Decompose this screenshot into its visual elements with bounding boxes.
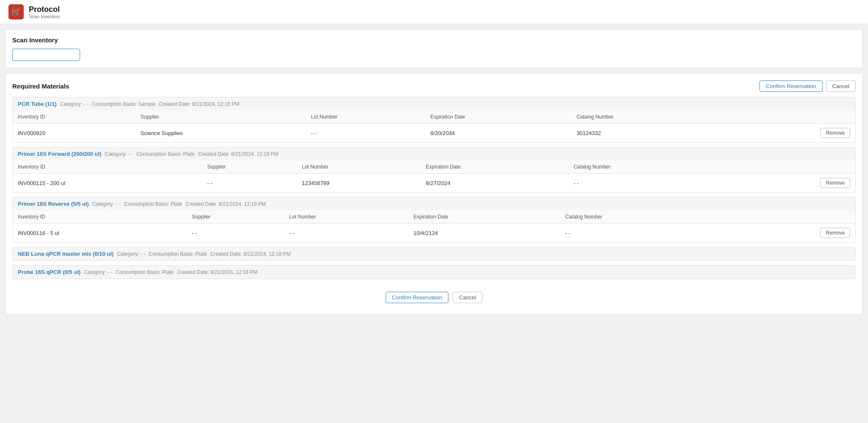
col-header-lot-number: Lot Number [306,111,426,124]
col-header-supplier: Supplier [135,111,306,124]
material-consumption-primer-16s-reverse: Consumption Basis: Plate [124,201,182,207]
col-header-expiration-date: Expiration Date [425,111,571,124]
materials-title: Required Materials [12,83,69,90]
confirm-reservation-button-top[interactable]: Confirm Reservation [760,80,823,92]
col-header-supplier: Supplier [202,160,297,174]
material-card-header-primer-16s-forward: Primer 16S Forward (200/200 ul)Category:… [13,147,855,160]
material-created-date-primer-16s-forward: Created Date: 8/21/2024, 12:18 PM [198,151,278,157]
scan-input[interactable] [12,49,80,61]
app-title-block: Protocol Scan Inventory [29,5,60,19]
material-card-header-neb-luna: NEB Luna qPCR master mix (0/10 ul)Catego… [13,247,855,260]
material-category-primer-16s-reverse: Category: - - [92,201,121,207]
cell-lot-number: - - [306,124,426,143]
material-card-probe-16s: Probe 16S qPCR (0/5 ul)Category: - -Cons… [12,265,856,279]
material-category-primer-16s-forward: Category: - - [105,151,133,157]
app-subtitle: Scan Inventory [29,14,60,19]
cell-inventory-id: INV000115 - 200 ul [13,174,202,193]
app-logo: 🛒 [8,4,24,19]
app-title: Protocol [29,5,60,14]
col-header-expiration-date: Expiration Date [409,210,560,224]
material-category-neb-luna: Category: - - [117,251,145,257]
col-header-catalog-number: Catalog Number [560,210,720,224]
required-materials-section: Required Materials Confirm Reservation C… [5,73,863,315]
material-consumption-probe-16s: Consumption Basis: Plate [116,269,174,275]
cancel-button-top[interactable]: Cancel [826,80,856,92]
header-buttons: Confirm Reservation Cancel [760,80,856,92]
material-table-primer-16s-reverse: Inventory IDSupplierLot NumberExpiration… [13,210,855,242]
material-card-pcr-tube: PCR Tube (1/1)Category: - -Consumption B… [12,97,856,143]
materials-container: PCR Tube (1/1)Category: - -Consumption B… [12,97,856,279]
material-name-neb-luna: NEB Luna qPCR master mix (0/10 ul) [18,251,114,257]
col-header-catalog-number: Catalog Number [571,111,725,124]
cell-expiration-date: 8/27/2024 [421,174,568,193]
material-category-pcr-tube: Category: - - [60,101,89,107]
material-name-pcr-tube: PCR Tube (1/1) [18,101,57,107]
remove-button-primer-16s-reverse[interactable]: Remove [820,228,850,238]
material-created-date-neb-luna: Created Date: 8/21/2024, 12:18 PM [210,251,290,257]
material-table-primer-16s-forward: Inventory IDSupplierLot NumberExpiration… [13,160,855,192]
scan-inventory-title: Scan Inventory [12,36,856,44]
material-table-pcr-tube: Inventory IDSupplierLot NumberExpiration… [13,111,855,142]
cell-expiration-date: 10/4/2124 [409,224,560,243]
cell-inventory-id: INV000116 - 5 ul [13,224,187,243]
materials-header: Required Materials Confirm Reservation C… [12,80,856,92]
col-header-inventory-id: Inventory ID [13,160,202,174]
bottom-buttons: Confirm Reservation Cancel [12,283,856,307]
material-card-header-primer-16s-reverse: Primer 16S Reverse (5/5 ul)Category: - -… [13,197,855,210]
material-card-header-pcr-tube: PCR Tube (1/1)Category: - -Consumption B… [13,97,855,111]
scan-inventory-section: Scan Inventory [5,29,863,68]
material-consumption-primer-16s-forward: Consumption Basis: Plate [136,151,195,157]
material-created-date-primer-16s-reverse: Created Date: 8/21/2024, 12:18 PM [186,201,266,207]
col-header-expiration-date: Expiration Date [421,160,568,174]
cancel-button-bottom[interactable]: Cancel [453,292,482,303]
remove-button-pcr-tube[interactable]: Remove [820,128,850,138]
cell-lot-number: - - [284,224,409,243]
material-card-primer-16s-forward: Primer 16S Forward (200/200 ul)Category:… [12,147,856,193]
material-name-probe-16s: Probe 16S qPCR (0/5 ul) [18,269,81,275]
table-row: INV000116 - 5 ul- -- -10/4/2124- -Remove [13,224,855,243]
cell-catalog-number: 30124332 [571,124,725,143]
cell-supplier: - - [202,174,297,193]
material-name-primer-16s-forward: Primer 16S Forward (200/200 ul) [18,151,101,157]
cell-supplier[interactable]: Science Supplies [135,124,306,143]
material-consumption-neb-luna: Consumption Basis: Plate [149,251,207,257]
app-header: 🛒 Protocol Scan Inventory [0,0,868,24]
cell-catalog-number: - - [560,224,720,243]
material-card-neb-luna: NEB Luna qPCR master mix (0/10 ul)Catego… [12,247,856,261]
cell-catalog-number: - - [568,174,723,193]
remove-button-primer-16s-forward[interactable]: Remove [820,178,850,188]
col-header-inventory-id: Inventory ID [13,111,135,124]
col-header-lot-number: Lot Number [297,160,421,174]
cell-inventory-id: INV000920 [13,124,135,143]
col-header-supplier: Supplier [187,210,284,224]
material-category-probe-16s: Category: - - [84,269,112,275]
confirm-reservation-button-bottom[interactable]: Confirm Reservation [386,292,449,303]
material-created-date-pcr-tube: Created Date: 8/21/2024, 12:18 PM [159,101,239,107]
cell-supplier: - - [187,224,284,243]
table-row: INV000115 - 200 ul- -1234567898/27/2024-… [13,174,855,193]
col-header-catalog-number: Catalog Number [568,160,723,174]
material-card-header-probe-16s: Probe 16S qPCR (0/5 ul)Category: - -Cons… [13,265,855,279]
material-created-date-probe-16s: Created Date: 8/21/2024, 12:18 PM [177,269,257,275]
material-card-primer-16s-reverse: Primer 16S Reverse (5/5 ul)Category: - -… [12,197,856,243]
table-row: INV000920Science Supplies- -8/20/2034301… [13,124,855,143]
col-header-lot-number: Lot Number [284,210,409,224]
cell-lot-number: 123456789 [297,174,421,193]
col-header-inventory-id: Inventory ID [13,210,187,224]
material-name-primer-16s-reverse: Primer 16S Reverse (5/5 ul) [18,201,89,207]
material-consumption-pcr-tube: Consumption Basis: Sample [92,101,156,107]
cell-expiration-date: 8/20/2034 [425,124,571,143]
